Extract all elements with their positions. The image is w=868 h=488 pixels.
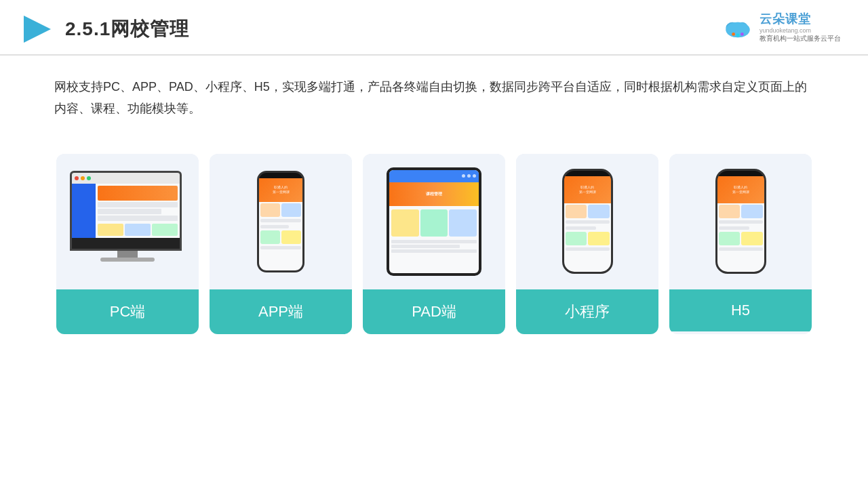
cards-container: PC端 职通人的第一堂网课 bbox=[0, 140, 868, 348]
card-h5-label: H5 bbox=[669, 289, 812, 331]
card-mini-image: 职通人的第一堂网课 bbox=[516, 154, 658, 289]
page-title: 2.5.1网校管理 bbox=[65, 16, 189, 42]
pad-tablet-mockup: 课程管理 bbox=[387, 167, 481, 276]
brand-tagline: 教育机构一站式服务云平台 bbox=[760, 34, 841, 43]
brand-text: 云朵课堂 yunduoketang.com 教育机构一站式服务云平台 bbox=[760, 11, 841, 43]
brand-url: yunduoketang.com bbox=[760, 27, 811, 34]
logo-arrow-icon bbox=[20, 12, 54, 46]
pc-mockup bbox=[70, 171, 185, 272]
card-mini-label: 小程序 bbox=[516, 289, 658, 334]
h5-phone-mockup: 职通人的第一堂网课 bbox=[715, 169, 766, 274]
card-app: 职通人的第一堂网课 bbox=[210, 154, 352, 334]
card-app-label: APP端 bbox=[210, 289, 352, 334]
card-pad: 课程管理 PAD端 bbox=[363, 154, 505, 334]
mini-phone-mockup: 职通人的第一堂网课 bbox=[562, 169, 613, 274]
card-h5: 职通人的第一堂网课 bbox=[669, 154, 812, 334]
brand-name: 云朵课堂 bbox=[760, 11, 811, 27]
brand-logo: 云朵课堂 yunduoketang.com 教育机构一站式服务云平台 bbox=[722, 11, 841, 43]
card-mini: 职通人的第一堂网课 bbox=[516, 154, 658, 334]
cloud-icon bbox=[722, 14, 754, 41]
card-app-image: 职通人的第一堂网课 bbox=[210, 154, 352, 289]
app-phone-mockup: 职通人的第一堂网课 bbox=[257, 171, 304, 272]
svg-point-7 bbox=[741, 33, 744, 36]
svg-point-6 bbox=[736, 34, 740, 37]
card-pad-image: 课程管理 bbox=[363, 154, 505, 289]
card-h5-image: 职通人的第一堂网课 bbox=[669, 154, 812, 289]
card-pc-image bbox=[56, 154, 199, 289]
card-pad-label: PAD端 bbox=[363, 289, 505, 334]
card-pc: PC端 bbox=[56, 154, 199, 334]
header: 2.5.1网校管理 云朵课堂 yunduoketang.com 教育机构一站式服… bbox=[0, 0, 868, 56]
description-text: 网校支持PC、APP、PAD、小程序、H5，实现多端打通，产品各终端自由切换，数… bbox=[0, 56, 868, 134]
svg-point-5 bbox=[732, 33, 735, 36]
card-pc-label: PC端 bbox=[56, 289, 199, 334]
svg-marker-0 bbox=[24, 16, 51, 43]
